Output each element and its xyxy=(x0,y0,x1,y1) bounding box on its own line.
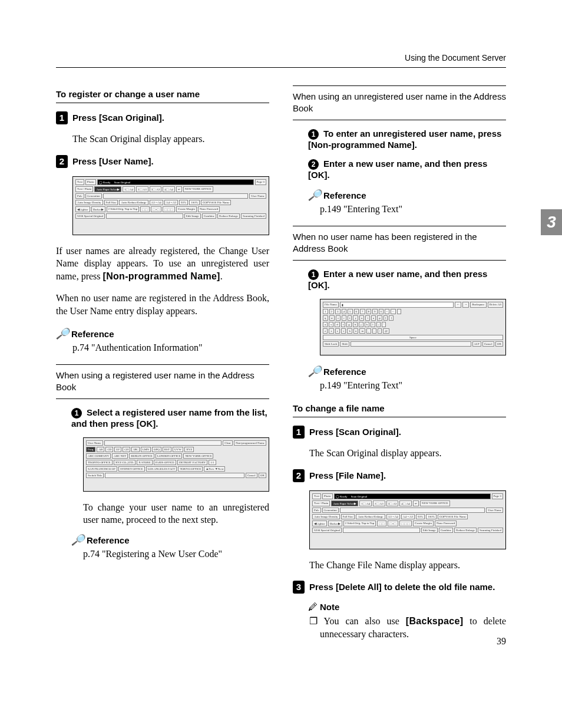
step-1-file-scan: 1 Press [Scan Original]. xyxy=(293,426,506,439)
step-3f-text: Press [Delete All] to delete the old fil… xyxy=(309,582,495,592)
step-marker-2f: 2 xyxy=(293,469,305,482)
screenshot-scan-original-2: TextPhoto◯ Ready Scan OriginalPage 0 Tex… xyxy=(309,490,506,549)
substep-1b-text: To enter an unregistered user name, pres… xyxy=(308,129,501,150)
step-2f-text: Press [File Name]. xyxy=(309,470,386,480)
step-3-delete-all: 3 Press [Delete All] to delete the old f… xyxy=(293,581,506,594)
step-1f-body: The Scan Original display appears. xyxy=(309,447,506,460)
circle-marker-1a: 1 xyxy=(71,408,82,419)
reference-heading-4: 🔎Reference xyxy=(308,365,506,378)
step-marker-1: 1 xyxy=(56,111,68,124)
substep-select-registered: 1 Select a registered user name from the… xyxy=(71,407,269,429)
reference-body-3: p.149 "Entering Text" xyxy=(320,203,506,216)
substep-enter-unregistered: 1 To enter an unregistered user name, pr… xyxy=(308,129,506,150)
step-2-user-name: 2 Press [User Name]. xyxy=(56,155,269,168)
circle-marker-2b: 2 xyxy=(308,159,319,170)
reference-body-2: p.74 "Registering a New User Code" xyxy=(83,548,269,561)
reference-icon: 🔎 xyxy=(308,365,321,377)
subhead-registered-user: When using a registered user name in the… xyxy=(56,364,269,399)
reference-icon: 🔎 xyxy=(56,328,69,340)
reference-icon: 🔎 xyxy=(308,189,321,201)
section-title-register-user: To register or change a user name xyxy=(56,89,269,103)
substep-2b-text: Enter a new user name, and then press [O… xyxy=(308,159,487,180)
reference-body-4: p.149 "Entering Text" xyxy=(320,379,506,392)
note-icon: 🖉 xyxy=(308,602,318,612)
screenshot-scan-original-1: TextPhoto◯ Ready Scan OriginalPage 0 Tex… xyxy=(72,176,269,235)
note-heading: 🖉Note xyxy=(308,602,506,612)
step-1-scan-original: 1 Press [Scan Original]. xyxy=(56,111,269,124)
step-1-text: Press [Scan Original]. xyxy=(72,113,164,123)
reference-icon: 🔎 xyxy=(71,534,84,546)
section-title-change-filename: To change a file name xyxy=(293,403,506,417)
circle-marker-1b: 1 xyxy=(308,129,319,140)
substep-enter-new-name: 2 Enter a new user name, and then press … xyxy=(308,159,506,180)
side-tab: 3 xyxy=(541,209,562,235)
left-column: To register or change a user name 1 Pres… xyxy=(56,85,269,641)
note-body: ❐ You can also use [Backspace] to delete… xyxy=(320,615,506,640)
page-header: Using the Document Server xyxy=(56,53,506,67)
step-1-body: The Scan Original display appears. xyxy=(72,133,269,146)
step-2-text: Press [User Name]. xyxy=(72,156,154,166)
step-marker-3f: 3 xyxy=(293,581,305,594)
step-marker-2: 2 xyxy=(56,155,68,168)
header-rule xyxy=(56,67,506,68)
substep-1c-text: Enter a new user name, and then press [O… xyxy=(308,269,487,290)
substep-1-body: To change your user name to an unregiste… xyxy=(83,501,269,526)
reference-body-1: p.74 "Authentication Information" xyxy=(72,341,269,354)
circle-marker-1c: 1 xyxy=(308,269,319,280)
page-number: 39 xyxy=(497,636,506,647)
subhead-no-user-registered: When no user name has been registered in… xyxy=(293,226,506,261)
change-filename-para: The Change File Name display appears. xyxy=(309,559,506,572)
screenshot-keyboard: File Name▮←→BackspaceDelete All 12345678… xyxy=(320,299,506,355)
step-marker-1f: 1 xyxy=(293,426,305,439)
para-no-user-name: When no user name are registered in the … xyxy=(56,292,269,317)
reference-heading-3: 🔎Reference xyxy=(308,189,506,202)
step-1f-text: Press [Scan Original]. xyxy=(309,427,401,437)
subhead-unregistered-user: When using an unregistered user name in … xyxy=(293,85,506,120)
substep-1a-text: Select a registered user name from the l… xyxy=(71,407,267,429)
para-registered-users: If user names are already registered, th… xyxy=(56,245,269,283)
screenshot-user-name-list: User NameClearNon-programmed Name Freq.A… xyxy=(83,437,269,492)
right-column: When using an unregistered user name in … xyxy=(293,85,506,641)
reference-heading-1: 🔎Reference xyxy=(56,327,269,340)
reference-heading-2: 🔎Reference xyxy=(71,533,269,546)
substep-enter-new-name-2: 1 Enter a new user name, and then press … xyxy=(308,269,506,291)
step-2-file-name: 2 Press [File Name]. xyxy=(293,469,506,482)
